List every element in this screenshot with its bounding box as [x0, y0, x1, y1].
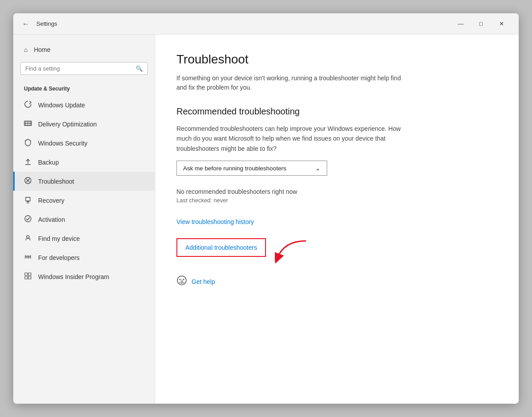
- back-button[interactable]: ←: [20, 18, 31, 30]
- additional-link-box: Additional troubleshooters: [176, 238, 266, 257]
- sidebar-item-label: Backup: [38, 159, 59, 166]
- svg-point-12: [25, 216, 31, 222]
- arrow-indicator: [275, 239, 315, 265]
- svg-rect-19: [25, 273, 27, 275]
- sidebar-item-home[interactable]: ⌂ Home: [13, 42, 155, 58]
- sidebar-item-find-my-device[interactable]: Find my device: [13, 229, 155, 248]
- page-title: Troubleshoot: [176, 52, 497, 67]
- svg-point-26: [183, 279, 184, 280]
- sidebar-item-label: For developers: [38, 254, 79, 261]
- find-my-device-icon: [24, 234, 32, 243]
- windows-insider-icon: [24, 272, 32, 281]
- delivery-optimization-icon: [24, 119, 32, 129]
- additional-troubleshooters-section: Additional troubleshooters: [176, 234, 497, 261]
- sidebar-item-delivery-optimization[interactable]: Delivery Optimization: [13, 114, 155, 134]
- recommended-desc: Recommended troubleshooters can help imp…: [176, 124, 416, 153]
- windows-security-icon: [24, 138, 32, 148]
- title-bar: ← Settings — □ ✕: [13, 13, 519, 35]
- troubleshoot-icon: [24, 177, 32, 186]
- svg-rect-21: [25, 276, 27, 279]
- settings-window: ← Settings — □ ✕ ⌂ Home 🔍 Update & Secur…: [13, 13, 519, 404]
- sidebar-item-recovery[interactable]: Recovery: [13, 191, 155, 210]
- get-help-icon: [176, 275, 187, 288]
- get-help-row: Get help: [176, 275, 497, 288]
- backup-icon: [24, 157, 32, 167]
- home-icon: ⌂: [24, 46, 27, 53]
- sidebar-item-label: Activation: [38, 216, 65, 223]
- sidebar-item-label: Windows Update: [38, 102, 85, 109]
- sidebar-item-activation[interactable]: Activation: [13, 210, 155, 229]
- sidebar: ⌂ Home 🔍 Update & Security Windows Updat…: [13, 35, 155, 404]
- sidebar-item-label: Recovery: [38, 197, 64, 204]
- activation-icon: [24, 215, 32, 224]
- no-troubleshooters-text: No recommended troubleshooters right now: [176, 188, 497, 195]
- sidebar-item-windows-insider-program[interactable]: Windows Insider Program: [13, 267, 155, 286]
- page-description: If something on your device isn't workin…: [176, 74, 407, 92]
- main-content: Troubleshoot If something on your device…: [155, 35, 519, 404]
- svg-point-13: [27, 236, 29, 238]
- svg-rect-20: [28, 273, 31, 275]
- windows-update-icon: [24, 100, 32, 110]
- recovery-icon: [24, 196, 32, 205]
- sidebar-item-for-developers[interactable]: For developers: [13, 248, 155, 267]
- dropdown-chevron-icon: ⌄: [315, 165, 321, 172]
- sidebar-item-label: Troubleshoot: [38, 178, 74, 185]
- sidebar-item-label: Windows Security: [38, 140, 87, 147]
- search-icon: 🔍: [136, 65, 143, 72]
- svg-rect-22: [28, 276, 31, 279]
- sidebar-item-label: Delivery Optimization: [38, 121, 97, 128]
- recommended-section-title: Recommended troubleshooting: [176, 106, 497, 117]
- dropdown-value: Ask me before running troubleshooters: [183, 165, 286, 172]
- sidebar-item-label: Windows Insider Program: [38, 273, 109, 280]
- close-button[interactable]: ✕: [491, 17, 512, 31]
- window-title: Settings: [36, 20, 57, 27]
- content-area: ⌂ Home 🔍 Update & Security Windows Updat…: [13, 35, 519, 404]
- maximize-button[interactable]: □: [471, 17, 491, 31]
- get-help-link[interactable]: Get help: [192, 278, 215, 285]
- troubleshooter-dropdown[interactable]: Ask me before running troubleshooters ⌄: [176, 161, 327, 176]
- minimize-button[interactable]: —: [450, 17, 471, 31]
- sidebar-item-windows-security[interactable]: Windows Security: [13, 134, 155, 153]
- for-developers-icon: [24, 253, 32, 262]
- sidebar-item-backup[interactable]: Backup: [13, 153, 155, 172]
- svg-point-25: [180, 279, 181, 280]
- window-controls: — □ ✕: [450, 17, 512, 31]
- sidebar-item-windows-update[interactable]: Windows Update: [13, 95, 155, 114]
- sidebar-home-label: Home: [34, 46, 50, 53]
- search-input[interactable]: [25, 65, 136, 72]
- search-box[interactable]: 🔍: [20, 62, 148, 75]
- additional-troubleshooters-link[interactable]: Additional troubleshooters: [185, 244, 257, 251]
- last-checked-text: Last checked: never: [176, 197, 497, 204]
- sidebar-section-title: Update & Security: [13, 82, 155, 95]
- sidebar-item-troubleshoot[interactable]: Troubleshoot: [13, 172, 155, 191]
- sidebar-item-label: Find my device: [38, 235, 80, 242]
- svg-point-10: [27, 201, 29, 203]
- view-history-link[interactable]: View troubleshooting history: [176, 218, 254, 225]
